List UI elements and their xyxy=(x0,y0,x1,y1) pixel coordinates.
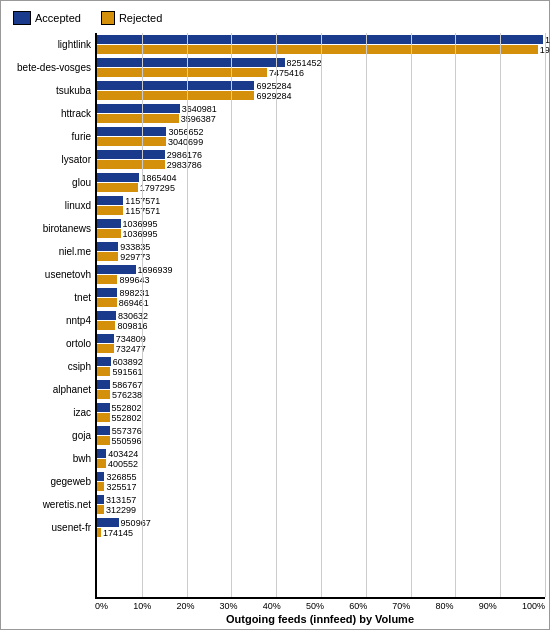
accepted-value: 950967 xyxy=(121,518,151,528)
rejected-bar xyxy=(97,229,121,238)
grid-line xyxy=(411,33,412,597)
accepted-value: 552802 xyxy=(112,403,142,413)
rejected-value: 312299 xyxy=(106,505,136,515)
rejected-value: 2983786 xyxy=(167,160,202,170)
rejected-bar xyxy=(97,321,115,330)
rejected-bar xyxy=(97,206,123,215)
bar-group: 557376550596 xyxy=(97,424,543,447)
bar-group: 603892591561 xyxy=(97,355,543,378)
accepted-value: 313157 xyxy=(106,495,136,505)
accepted-bar xyxy=(97,426,110,435)
rejected-value: 550596 xyxy=(112,436,142,446)
rejected-bar xyxy=(97,413,110,422)
accepted-bar xyxy=(97,334,114,343)
bar-group: 18654041797295 xyxy=(97,171,543,194)
rejected-value: 552802 xyxy=(112,413,142,423)
y-label: tsukuba xyxy=(5,79,95,102)
rejected-bar xyxy=(97,183,138,192)
accepted-bar xyxy=(97,518,119,527)
accepted-bar xyxy=(97,380,110,389)
y-label: nntp4 xyxy=(5,309,95,332)
bar-group: 11575711157571 xyxy=(97,194,543,217)
rejected-bar xyxy=(97,114,179,123)
grid-line xyxy=(321,33,322,597)
accepted-bar xyxy=(97,219,121,228)
y-label: lightlink xyxy=(5,33,95,56)
y-label: weretis.net xyxy=(5,493,95,516)
accepted-value: 2986176 xyxy=(167,150,202,160)
rejected-bar xyxy=(97,482,104,491)
legend: Accepted Rejected xyxy=(5,7,545,33)
y-label: ortolo xyxy=(5,332,95,355)
rejected-bar xyxy=(97,160,165,169)
rejected-bar xyxy=(97,367,110,376)
y-label: usenetovh xyxy=(5,263,95,286)
grid-line xyxy=(455,33,456,597)
rejected-value: 1157571 xyxy=(125,206,160,216)
accepted-value: 586767 xyxy=(112,380,142,390)
x-tick: 20% xyxy=(176,601,194,611)
y-label: niel.me xyxy=(5,240,95,263)
rejected-bar xyxy=(97,528,101,537)
y-label: goja xyxy=(5,424,95,447)
x-axis-ticks: 0%10%20%30%40%50%60%70%80%90%100% xyxy=(95,601,545,611)
rejected-bar xyxy=(97,298,117,307)
rejected-value: 1036995 xyxy=(123,229,158,239)
rejected-value: 400552 xyxy=(108,459,138,469)
rejected-bar xyxy=(97,344,114,353)
accepted-value: 557376 xyxy=(112,426,142,436)
accepted-bar xyxy=(97,242,118,251)
grid-line xyxy=(366,33,367,597)
rejected-value: 7475416 xyxy=(269,68,304,78)
legend-accepted: Accepted xyxy=(13,11,81,25)
rejected-value: 869461 xyxy=(119,298,149,308)
y-axis-labels: lightlinkbete-des-vosgestsukubahttrackfu… xyxy=(5,33,95,597)
accepted-bar xyxy=(97,127,166,136)
grid-line xyxy=(187,33,188,597)
bar-group: 1696939899643 xyxy=(97,263,543,286)
accepted-value: 933835 xyxy=(120,242,150,252)
accepted-bar xyxy=(97,403,110,412)
y-label: alphanet xyxy=(5,378,95,401)
x-tick: 100% xyxy=(522,601,545,611)
y-label: lysator xyxy=(5,148,95,171)
bar-group: 552802552802 xyxy=(97,401,543,424)
y-label: bwh xyxy=(5,447,95,470)
rejected-value: 174145 xyxy=(103,528,133,538)
y-label: gegeweb xyxy=(5,470,95,493)
rejected-bar xyxy=(97,137,166,146)
legend-rejected-label: Rejected xyxy=(119,12,162,24)
rejected-value: 1797295 xyxy=(140,183,175,193)
bar-group: 898231869461 xyxy=(97,286,543,309)
x-tick: 50% xyxy=(306,601,324,611)
accepted-value: 1036995 xyxy=(123,219,158,229)
x-axis-title: Outgoing feeds (innfeed) by Volume xyxy=(95,613,545,625)
bar-group: 29861762983786 xyxy=(97,148,543,171)
bar-group: 326855325517 xyxy=(97,470,543,493)
y-label: furie xyxy=(5,125,95,148)
rejected-bar xyxy=(97,459,106,468)
bar-group: 586767576238 xyxy=(97,378,543,401)
x-tick: 0% xyxy=(95,601,108,611)
accepted-bar xyxy=(97,196,123,205)
chart-body: lightlinkbete-des-vosgestsukubahttrackfu… xyxy=(5,33,545,597)
chart-container: Accepted Rejected lightlinkbete-des-vosg… xyxy=(0,0,550,630)
rejected-bar xyxy=(97,252,118,261)
bar-group: 1962430319389412 xyxy=(97,33,543,56)
rejected-bar xyxy=(97,45,538,54)
accepted-bar xyxy=(97,495,104,504)
accepted-value: 603892 xyxy=(113,357,143,367)
accepted-bar xyxy=(97,357,111,366)
accepted-bar xyxy=(97,288,117,297)
accepted-value: 403424 xyxy=(108,449,138,459)
y-label: csiph xyxy=(5,355,95,378)
bar-group: 403424400552 xyxy=(97,447,543,470)
bar-group: 933835929773 xyxy=(97,240,543,263)
bar-group: 69252846929284 xyxy=(97,79,543,102)
y-label: tnet xyxy=(5,286,95,309)
grid-line xyxy=(500,33,501,597)
accepted-value: 8251452 xyxy=(287,58,322,68)
accepted-bar xyxy=(97,173,139,182)
x-tick: 60% xyxy=(349,601,367,611)
grid-line xyxy=(545,33,546,597)
